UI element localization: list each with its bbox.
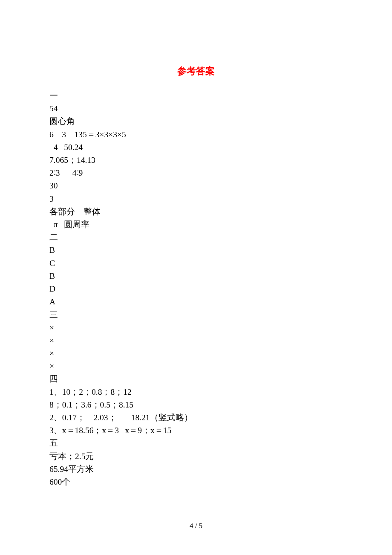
answer-line: 1、10；2；0.8；8；12 (49, 386, 343, 399)
section-three-header: 三 (49, 308, 343, 321)
answer-line: A (49, 295, 343, 308)
answer-line: B (49, 244, 343, 257)
page: 参考答案 一 54 圆心角 6 3 135＝3×3×3×5 4 50.24 7.… (0, 0, 392, 555)
answer-line: × (49, 321, 343, 334)
answer-line: D (49, 283, 343, 295)
answer-line: 亏本；2.5元 (49, 450, 343, 463)
answer-line: 54 (49, 102, 343, 115)
section-four-header: 四 (49, 373, 343, 385)
answer-line: 65.94平方米 (49, 463, 343, 476)
answer-line: 3 (49, 193, 343, 205)
section-five-header: 五 (49, 437, 343, 450)
answer-line: 600个 (49, 476, 343, 489)
answer-line: × (49, 360, 343, 373)
answer-line: π 圆周率 (49, 218, 343, 231)
answer-line: 7.065；14.13 (49, 154, 343, 167)
section-two-header: 二 (49, 231, 343, 244)
answer-line: 2、0.17； 2.03； 18.21（竖式略） (49, 411, 343, 424)
answer-line: B (49, 270, 343, 283)
answer-line: 圆心角 (49, 115, 343, 128)
answer-line: 各部分 整体 (49, 205, 343, 218)
answer-line: 4 50.24 (49, 141, 343, 154)
answer-line: 6 3 135＝3×3×3×5 (49, 128, 343, 141)
answer-line: × (49, 347, 343, 360)
answer-line: 8；0.1；3.6；0.5；8.15 (49, 399, 343, 411)
section-one-header: 一 (49, 90, 343, 102)
document-title: 参考答案 (49, 65, 343, 78)
answer-line: 30 (49, 179, 343, 192)
answer-line: C (49, 257, 343, 270)
answer-line: 2∶3 4∶9 (49, 167, 343, 179)
page-number: 4 / 5 (0, 522, 392, 530)
content-block: 参考答案 一 54 圆心角 6 3 135＝3×3×3×5 4 50.24 7.… (49, 65, 343, 489)
answer-line: 3、x＝18.56；x＝3 x＝9；x＝15 (49, 424, 343, 437)
answer-line: × (49, 334, 343, 347)
